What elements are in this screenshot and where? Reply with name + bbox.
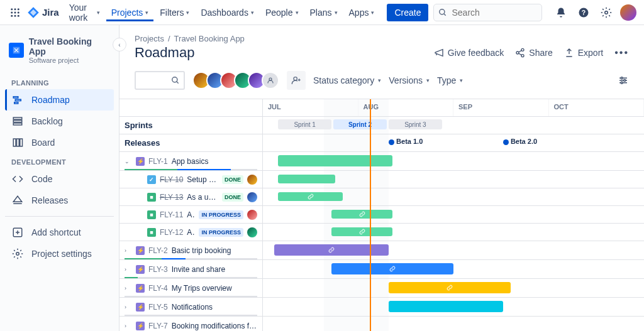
notifications-icon[interactable] (552, 4, 570, 21)
search-icon (438, 8, 447, 17)
sprint-pill[interactable]: Sprint 1 (278, 119, 331, 129)
task-icon: ✓ (147, 175, 156, 184)
sidebar-item-code[interactable]: Code (5, 168, 114, 190)
issue-summary[interactable]: As a use... (187, 228, 195, 237)
sidebar-item-board[interactable]: Board (5, 132, 114, 153)
more-actions-button[interactable]: ••• (614, 47, 629, 58)
nav-item-filters[interactable]: Filters▾ (155, 4, 194, 21)
expand-toggle[interactable]: › (125, 323, 132, 329)
breadcrumb-link[interactable]: Travel Booking App (174, 34, 245, 43)
nav-item-plans[interactable]: Plans▾ (305, 4, 343, 21)
svg-point-28 (521, 48, 524, 51)
issue-summary[interactable]: App basics (172, 157, 257, 166)
issue-key[interactable]: FLY-4 (148, 284, 168, 293)
timeline-bar[interactable] (331, 210, 392, 219)
assignee-avatar[interactable] (247, 192, 257, 202)
issue-row: ›⚡FLY-3Invite and share (119, 260, 263, 278)
search-input[interactable] (433, 4, 542, 21)
timeline-bar[interactable] (274, 244, 389, 256)
timeline-bar[interactable] (331, 227, 392, 236)
sprint-pill[interactable]: Sprint 2 (333, 119, 387, 129)
issue-key[interactable]: FLY-12 (160, 228, 183, 237)
app-switcher-icon[interactable] (8, 5, 22, 20)
breadcrumb-link[interactable]: Projects (135, 34, 164, 43)
issue-summary[interactable]: Notifications (172, 303, 257, 312)
issue-key[interactable]: FLY-7 (148, 322, 168, 330)
issue-key[interactable]: FLY-2 (148, 246, 168, 255)
epic-icon: ⚡ (136, 322, 145, 330)
assignee-avatar[interactable] (247, 227, 257, 237)
sidebar-item-releases[interactable]: Releases (5, 190, 114, 211)
sprint-pill[interactable]: Sprint 3 (389, 119, 442, 129)
issue-key[interactable]: FLY-3 (148, 265, 168, 274)
svg-point-8 (17, 14, 19, 16)
give-feedback-button[interactable]: Give feedback (434, 48, 504, 58)
profile-avatar[interactable] (620, 4, 636, 21)
nav-item-projects[interactable]: Projects▾ (106, 4, 154, 21)
release-marker[interactable] (389, 139, 394, 145)
avatar-more[interactable] (262, 72, 279, 89)
sidebar-item-label: Board (31, 138, 55, 148)
svg-point-42 (621, 77, 623, 79)
issue-summary[interactable]: As a user I can ... (187, 193, 218, 202)
issue-summary[interactable]: Booking modifications flow (172, 322, 257, 330)
expand-toggle[interactable]: ⌄ (125, 158, 132, 165)
collapse-sidebar-button[interactable]: ‹ (113, 38, 126, 52)
timeline-bar[interactable] (278, 175, 335, 183)
issue-row: ⌄⚡FLY-1App basics (119, 152, 263, 170)
project-header[interactable]: Travel Booking App Software project (5, 36, 114, 74)
view-settings-button[interactable] (618, 75, 629, 86)
sidebar-item-backlog[interactable]: Backlog (5, 111, 114, 132)
filter-search[interactable] (135, 71, 185, 90)
epic-icon: ⚡ (136, 246, 145, 255)
release-marker[interactable] (503, 139, 509, 145)
timeline-bar[interactable] (389, 282, 511, 293)
nav-item-your-work[interactable]: Your work▾ (64, 0, 105, 26)
help-icon[interactable]: ? (575, 4, 592, 21)
svg-point-5 (17, 11, 19, 13)
story-icon: ■ (147, 210, 156, 219)
nav-item-dashboards[interactable]: Dashboards▾ (196, 4, 259, 21)
issue-summary[interactable]: My Trips overview (172, 284, 257, 293)
issue-key[interactable]: FLY-11 (160, 210, 183, 219)
add-people-button[interactable] (287, 71, 306, 90)
search-box[interactable] (433, 4, 542, 21)
epic-icon: ⚡ (136, 303, 145, 312)
issue-summary[interactable]: As a user... (187, 210, 195, 219)
sidebar-item-add-shortcut[interactable]: Add shortcut (5, 222, 114, 243)
issue-key[interactable]: FLY-13 (160, 193, 183, 202)
expand-toggle[interactable]: › (125, 304, 132, 310)
issue-summary[interactable]: Invite and share (172, 265, 257, 274)
create-button[interactable]: Create (387, 4, 428, 21)
issue-key[interactable]: FLY-1 (148, 157, 168, 166)
jira-logo[interactable]: Jira (27, 6, 59, 19)
nav-item-people[interactable]: People▾ (260, 4, 304, 21)
timeline-bar[interactable] (278, 155, 392, 166)
sidebar-item-project-settings[interactable]: Project settings (5, 243, 114, 264)
page-title: Roadmap (135, 45, 194, 61)
expand-toggle[interactable]: › (125, 266, 132, 273)
assignee-avatar[interactable] (247, 175, 257, 185)
sidebar-item-roadmap[interactable]: Roadmap (5, 89, 114, 111)
share-button[interactable]: Share (515, 48, 552, 58)
status-badge: DONE (222, 175, 243, 184)
versions-filter[interactable]: Versions▾ (389, 75, 430, 85)
issue-summary[interactable]: Basic trip booking (172, 246, 257, 255)
timeline-bar[interactable] (331, 263, 453, 274)
issue-summary[interactable]: Setup dev and ... (187, 175, 218, 184)
nav-item-apps[interactable]: Apps▾ (344, 4, 380, 21)
status-badge: IN PROGRESS (199, 210, 243, 219)
timeline-bar[interactable] (278, 192, 343, 201)
issue-key[interactable]: FLY-10 (160, 175, 183, 184)
assignee-avatar[interactable] (247, 210, 257, 220)
roadmap-grid: JULAUGSEPOCTSprintsSprint 1Sprint 2Sprin… (119, 99, 644, 331)
expand-toggle[interactable]: › (125, 247, 132, 254)
status-filter[interactable]: Status category▾ (313, 75, 381, 85)
type-filter[interactable]: Type▾ (437, 75, 463, 85)
issue-key[interactable]: FLY-5 (148, 303, 168, 312)
settings-icon[interactable] (597, 4, 615, 21)
expand-toggle[interactable]: › (125, 285, 132, 291)
timeline-bar[interactable] (389, 301, 503, 312)
export-button[interactable]: Export (564, 48, 603, 58)
issue-row: ✓FLY-10Setup dev and ...DONE (119, 171, 263, 188)
